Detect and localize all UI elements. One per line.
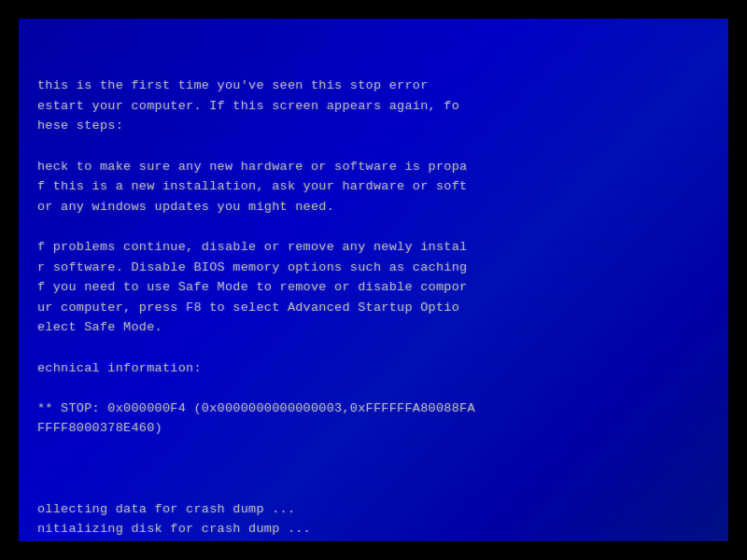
bsod-line: ollecting data for crash dump ...: [37, 499, 710, 520]
bsod-text: this is the first time you've seen this …: [37, 35, 710, 541]
bsod-screen: this is the first time you've seen this …: [19, 19, 728, 541]
bsod-line: FFFF8000378E460): [37, 418, 710, 439]
bsod-line: elect Safe Mode.: [37, 317, 710, 338]
bsod-line: f you need to use Safe Mode to remove or…: [37, 277, 710, 298]
bsod-line: ** STOP: 0x000000F4 (0x0000000000000003,…: [37, 399, 710, 419]
bsod-line: [37, 378, 710, 399]
bsod-line: [37, 338, 710, 358]
bsod-line: heck to make sure any new hardware or so…: [37, 157, 710, 177]
bsod-line: eginning dump of physical memory.: [37, 539, 710, 541]
bsod-line: this is the first time you've seen this …: [37, 76, 710, 96]
bsod-line: f problems continue, disable or remove a…: [37, 237, 710, 258]
bsod-line: [37, 217, 710, 237]
bsod-line: ur computer, press F8 to select Advanced…: [37, 298, 710, 318]
bsod-line: [37, 136, 710, 157]
bsod-line: [37, 458, 710, 479]
bsod-line: [37, 439, 710, 459]
bsod-line: nitializing disk for crash dump ...: [37, 519, 710, 539]
screen-outer: this is the first time you've seen this …: [0, 0, 747, 560]
bsod-line: f this is a new installation, ask your h…: [37, 176, 710, 197]
bsod-line: hese steps:: [37, 116, 710, 136]
bsod-line: [37, 479, 710, 499]
bsod-line: estart your computer. If this screen app…: [37, 96, 710, 117]
bsod-line: r software. Disable BIOS memory options …: [37, 258, 710, 278]
bsod-line: echnical information:: [37, 358, 710, 379]
bsod-line: or any windows updates you might need.: [37, 197, 710, 217]
